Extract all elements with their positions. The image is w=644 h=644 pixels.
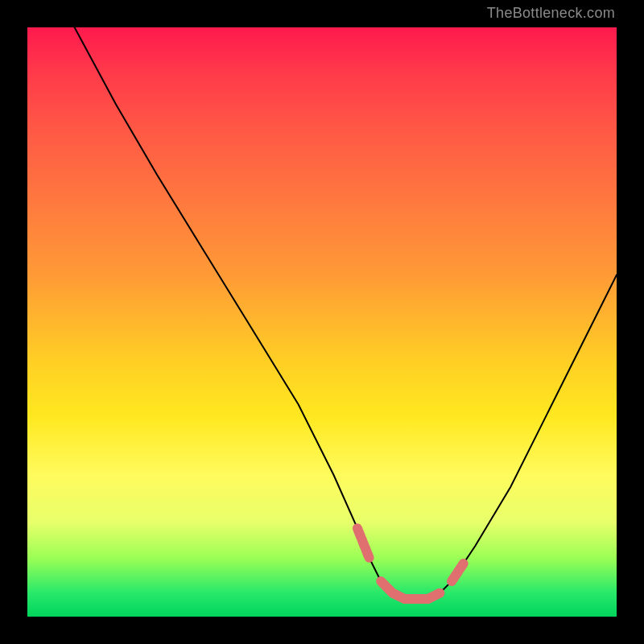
plot-area (27, 27, 617, 617)
highlight-segment (381, 581, 440, 599)
highlight-group (357, 528, 464, 599)
curve-svg (27, 27, 617, 617)
chart-frame: TheBottleneck.com (0, 0, 644, 644)
highlight-segment (452, 564, 464, 581)
watermark-text: TheBottleneck.com (487, 5, 615, 22)
highlight-segment (357, 528, 369, 558)
curve-path (75, 27, 617, 599)
